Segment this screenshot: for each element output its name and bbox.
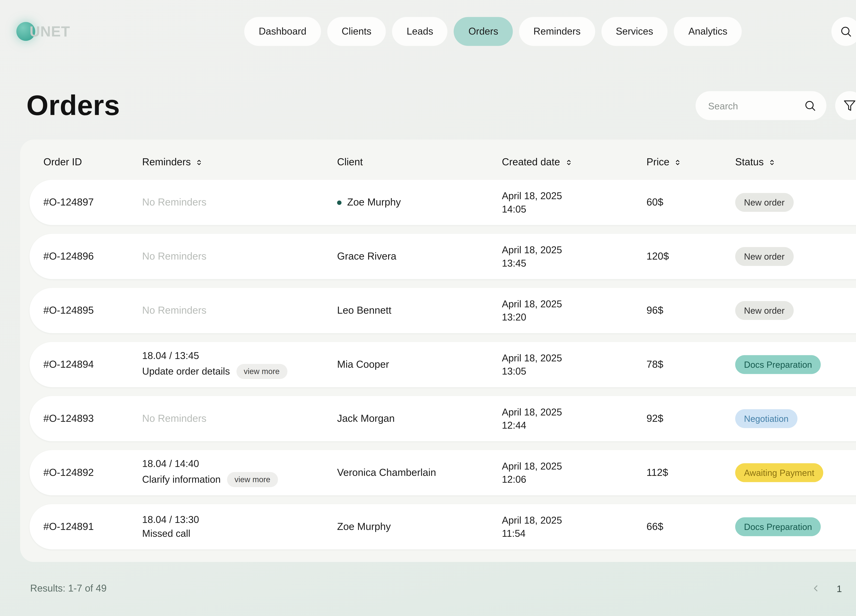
column-status[interactable]: Status bbox=[735, 157, 856, 168]
column-price[interactable]: Price bbox=[647, 157, 735, 168]
nav-item-dashboard[interactable]: Dashboard bbox=[244, 17, 321, 46]
client-cell: Zoe Murphy bbox=[337, 197, 502, 208]
created-date: April 18, 2025 bbox=[502, 515, 562, 526]
price-cell: 92$ bbox=[647, 413, 735, 424]
reminder-text: Clarify information bbox=[142, 474, 221, 485]
main-content: Orders Order ID Reminders Client Creat bbox=[0, 89, 856, 599]
price-cell: 66$ bbox=[647, 521, 735, 532]
status-badge: New order bbox=[735, 301, 793, 320]
reminder-cell: No Reminders bbox=[142, 251, 337, 262]
reminder-datetime: 18.04 / 14:40 bbox=[142, 458, 278, 470]
prev-page-button[interactable] bbox=[806, 578, 826, 599]
status-badge: Docs Preparation bbox=[735, 517, 821, 536]
price-cell: 120$ bbox=[647, 251, 735, 262]
nav-item-orders[interactable]: Orders bbox=[454, 17, 513, 46]
filter-button[interactable] bbox=[835, 91, 856, 120]
client-cell: Jack Morgan bbox=[337, 413, 502, 424]
table-row: #O-124895 No Reminders Leo Bennett April… bbox=[29, 288, 856, 333]
created-date-cell: April 18, 202513:45 bbox=[502, 244, 647, 269]
client-active-dot bbox=[337, 200, 342, 205]
client-cell: Mia Cooper bbox=[337, 359, 502, 370]
main-nav: Dashboard Clients Leads Orders Reminders… bbox=[244, 17, 742, 46]
status-cell: New order bbox=[735, 247, 856, 266]
client-name: Jack Morgan bbox=[337, 413, 395, 424]
created-time: 12:44 bbox=[502, 419, 526, 431]
reminder-cell: 18.04 / 13:30 Missed call bbox=[142, 514, 337, 539]
nav-item-analytics[interactable]: Analytics bbox=[674, 17, 742, 46]
no-reminders-label: No Reminders bbox=[142, 413, 206, 424]
sort-icon bbox=[674, 158, 682, 166]
reminder-cell: 18.04 / 13:45 Update order details view … bbox=[142, 350, 337, 379]
created-date-cell: April 18, 202514:05 bbox=[502, 190, 647, 215]
results-count: Results: 1-7 of 49 bbox=[30, 583, 106, 594]
column-client: Client bbox=[337, 157, 502, 168]
created-date-cell: April 18, 202511:54 bbox=[502, 515, 647, 539]
status-badge: Docs Preparation bbox=[735, 355, 821, 374]
search-box bbox=[696, 91, 827, 120]
order-id: #O-124895 bbox=[43, 305, 142, 316]
nav-item-services[interactable]: Services bbox=[601, 17, 668, 46]
client-cell: Veronica Chamberlain bbox=[337, 467, 502, 478]
column-order-id: Order ID bbox=[43, 157, 142, 168]
reminder-cell: No Reminders bbox=[142, 305, 337, 316]
status-cell: Negotiation bbox=[735, 409, 856, 428]
status-badge: New order bbox=[735, 247, 793, 266]
client-cell: Zoe Murphy bbox=[337, 521, 502, 532]
no-reminders-label: No Reminders bbox=[142, 251, 206, 262]
orders-table: Order ID Reminders Client Created date P… bbox=[20, 140, 856, 562]
order-id: #O-124896 bbox=[43, 251, 142, 262]
status-cell: New order bbox=[735, 193, 856, 212]
nav-item-clients[interactable]: Clients bbox=[327, 17, 386, 46]
view-more-button[interactable]: view more bbox=[227, 472, 278, 487]
page-button-2[interactable]: 2 bbox=[852, 578, 856, 599]
nav-item-leads[interactable]: Leads bbox=[392, 17, 448, 46]
reminder-text: Update order details bbox=[142, 366, 230, 377]
price-cell: 78$ bbox=[647, 359, 735, 370]
price-cell: 112$ bbox=[647, 467, 735, 478]
client-cell: Leo Bennett bbox=[337, 305, 502, 316]
no-reminders-label: No Reminders bbox=[142, 197, 206, 208]
order-id: #O-124897 bbox=[43, 197, 142, 208]
search-icon[interactable] bbox=[804, 99, 816, 112]
client-cell: Grace Rivera bbox=[337, 251, 502, 262]
page-button-1[interactable]: 1 bbox=[829, 578, 849, 599]
client-name: Zoe Murphy bbox=[347, 197, 401, 208]
table-body: #O-124897 No Reminders Zoe Murphy April … bbox=[29, 180, 856, 550]
brand-logo[interactable]: UNET bbox=[17, 22, 70, 41]
order-id: #O-124891 bbox=[43, 521, 142, 532]
search-input[interactable] bbox=[708, 100, 799, 111]
reminder-cell: 18.04 / 14:40 Clarify information view m… bbox=[142, 458, 337, 487]
created-date-cell: April 18, 202513:20 bbox=[502, 298, 647, 323]
created-date-cell: April 18, 202512:44 bbox=[502, 406, 647, 431]
reminder-cell: No Reminders bbox=[142, 197, 337, 208]
created-date: April 18, 2025 bbox=[502, 406, 562, 418]
reminder-datetime: 18.04 / 13:30 bbox=[142, 514, 199, 525]
nav-item-reminders[interactable]: Reminders bbox=[519, 17, 595, 46]
status-cell: New order bbox=[735, 301, 856, 320]
table-row: #O-124896 No Reminders Grace Rivera Apri… bbox=[29, 234, 856, 279]
view-more-button[interactable]: view more bbox=[236, 364, 287, 379]
sort-icon bbox=[768, 158, 776, 166]
page-head: Orders bbox=[20, 89, 856, 122]
created-time: 11:54 bbox=[502, 528, 525, 539]
created-date: April 18, 2025 bbox=[502, 244, 562, 255]
column-created-date[interactable]: Created date bbox=[502, 157, 647, 168]
column-reminders[interactable]: Reminders bbox=[142, 157, 337, 168]
top-bar: UNET Dashboard Clients Leads Orders Remi… bbox=[0, 0, 856, 63]
search-button[interactable] bbox=[831, 17, 856, 46]
created-time: 12:06 bbox=[502, 474, 526, 485]
created-time: 13:45 bbox=[502, 257, 526, 269]
reminder-cell: No Reminders bbox=[142, 413, 337, 424]
table-header: Order ID Reminders Client Created date P… bbox=[29, 148, 856, 176]
search-icon bbox=[839, 25, 852, 38]
created-date: April 18, 2025 bbox=[502, 190, 562, 201]
order-id: #O-124892 bbox=[43, 467, 142, 478]
topbar-actions bbox=[831, 17, 856, 46]
reminder: 18.04 / 13:45 Update order details view … bbox=[142, 350, 287, 379]
reminder-datetime: 18.04 / 13:45 bbox=[142, 350, 287, 361]
status-badge: Negotiation bbox=[735, 409, 797, 428]
order-id: #O-124893 bbox=[43, 413, 142, 424]
created-date: April 18, 2025 bbox=[502, 461, 562, 472]
created-date-cell: April 18, 202513:05 bbox=[502, 352, 647, 377]
price-cell: 96$ bbox=[647, 305, 735, 316]
